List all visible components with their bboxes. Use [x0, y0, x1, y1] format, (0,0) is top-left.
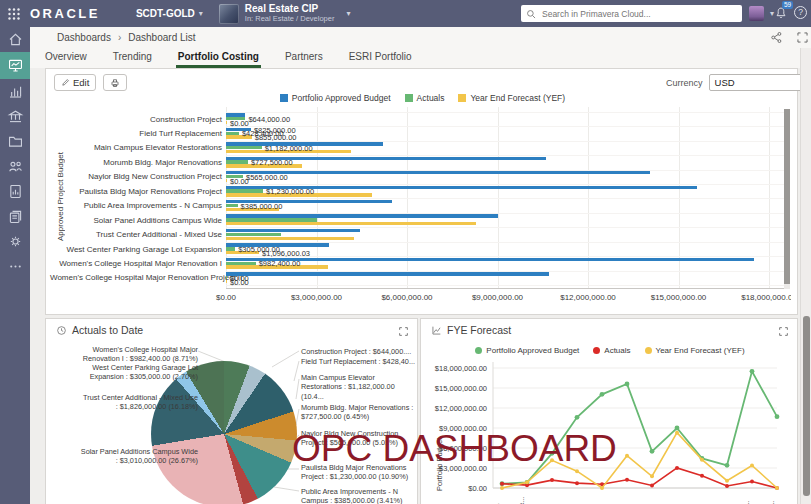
x-axis-tick-label: $6,000,000.00: [362, 293, 452, 302]
tab-esri-portfolio[interactable]: ESRI Portfolio: [347, 48, 414, 68]
bar-category-label: Women's College Hospital Major Renovatio…: [50, 273, 222, 282]
tab-trending[interactable]: Trending: [111, 48, 154, 68]
bar-value-label: $1,096,000.03: [262, 249, 310, 258]
breadcrumb-item-1[interactable]: Dashboard List: [128, 32, 195, 43]
global-search[interactable]: [521, 5, 742, 22]
bar-chart-legend: Portfolio Approved BudgetActualsYear End…: [46, 93, 799, 103]
pie-label: Field Turf Replacement : $428,40...: [301, 357, 415, 366]
app-grid-icon[interactable]: [7, 7, 21, 21]
legend-swatch: [458, 94, 466, 102]
fye-y-tick-label: $15,000,000.00: [417, 384, 487, 393]
breadcrumb-bar: Dashboards›Dashboard List: [30, 27, 811, 48]
currency-label: Currency: [666, 78, 703, 88]
search-input[interactable]: [540, 8, 737, 20]
bar-yef[interactable]: [226, 179, 227, 182]
bar-budget[interactable]: [226, 171, 650, 174]
help-icon[interactable]: ?: [794, 6, 807, 19]
tab-partners[interactable]: Partners: [283, 48, 325, 68]
bar-value-label: $982,400.00: [259, 259, 301, 268]
sidebar-item-home[interactable]: [0, 27, 30, 52]
x-axis-tick-label: $9,000,000.00: [453, 293, 543, 302]
currency-select[interactable]: USD ▾: [709, 74, 811, 91]
edit-button[interactable]: Edit: [54, 74, 96, 91]
bar-category-label: Construction Project: [50, 115, 222, 124]
portfolio-bar-chart: $0.00$3,000,000.00$6,000,000.00$9,000,00…: [46, 105, 791, 305]
x-axis-line: [226, 288, 786, 289]
sidebar-item-documents[interactable]: [0, 204, 30, 229]
fye-line-chart: $18,000,000.00$15,000,000.00$12,000,000.…: [421, 319, 799, 504]
fye-y-tick-label: $18,000,000.00: [417, 364, 487, 373]
bar-yef[interactable]: [226, 121, 227, 124]
top-app-bar: ORACLE SCDT-GOLD ▾ Real Estate CIP In: R…: [0, 0, 811, 27]
x-axis-tick-label: $0.00: [181, 293, 271, 302]
fye-x-tick-label: Field Tur... Replace...: [518, 493, 526, 504]
legend-item: Year End Forecast (YEF): [458, 93, 565, 103]
sidebar-item-portfolio[interactable]: [0, 104, 30, 129]
fullscreen-icon[interactable]: [796, 31, 809, 44]
sidebar-item-settings[interactable]: [0, 229, 30, 254]
sidebar-item-projects[interactable]: [0, 129, 30, 154]
workspace-selector[interactable]: SCDT-GOLD: [136, 8, 195, 19]
notification-count-badge: 59: [782, 1, 793, 9]
projects-icon: [7, 133, 24, 150]
pie-label: Construction Project : $644,000....: [301, 347, 415, 356]
currency-value: USD: [715, 77, 735, 88]
bar-budget[interactable]: [226, 272, 549, 275]
dashboards-icon: [7, 57, 24, 74]
breadcrumb-item-0[interactable]: Dashboards: [57, 32, 111, 43]
legend-label: Year End Forecast (YEF): [470, 93, 565, 103]
expand-icon[interactable]: [398, 326, 409, 337]
more-icon: [7, 258, 24, 275]
legend-label: Actuals: [417, 93, 445, 103]
legend-item: Portfolio Approved Budget: [280, 93, 391, 103]
row-separator: [226, 126, 784, 127]
sidebar-item-dashboards[interactable]: [0, 52, 30, 79]
context-caret-icon[interactable]: ▾: [346, 9, 350, 18]
fye-x-tick-label: West Center ...: [718, 493, 726, 504]
bar-category-label: Paulista Bldg Major Renovations Project: [50, 187, 222, 196]
actuals-pie-chart[interactable]: [151, 361, 297, 504]
share-icon[interactable]: [770, 31, 783, 44]
search-icon: [526, 9, 536, 19]
print-button[interactable]: [103, 74, 127, 91]
sidebar-item-resources[interactable]: [0, 154, 30, 179]
bar-budget[interactable]: [226, 258, 754, 261]
tab-portfolio-costing[interactable]: Portfolio Costing: [176, 48, 261, 68]
legend-swatch: [280, 94, 288, 102]
sidebar-item-reports[interactable]: [0, 179, 30, 204]
context-selector[interactable]: Real Estate CIP In: Real Estate / Develo…: [245, 3, 335, 23]
bar-yef[interactable]: [226, 280, 227, 283]
resources-icon: [7, 158, 24, 175]
bar-value-label: $0.00: [230, 177, 249, 186]
clock-icon: [56, 325, 67, 336]
oracle-logo: ORACLE: [30, 6, 100, 21]
page-scrollbar[interactable]: [800, 48, 811, 504]
bar-category-label: Morumb Bldg. Major Renovations: [50, 158, 222, 167]
bar-value-label: $385,000.00: [241, 202, 283, 211]
fye-x-tick-label: Morumb Bldg. M...: [568, 493, 576, 504]
bar-value-label: $855,000.00: [255, 133, 297, 142]
home-icon: [7, 31, 24, 48]
pie-label: Trust Center Additional - Mixed Use: $1,…: [52, 393, 198, 412]
fye-x-tick-label: Trust Center ...: [693, 493, 701, 504]
bar-category-label: Public Area Improvements - N Campus: [50, 201, 222, 210]
chart-scrollbar[interactable]: [784, 109, 790, 289]
avatar[interactable]: [749, 6, 764, 21]
bar-value-label: $644,000.00: [248, 115, 290, 124]
sidebar-nav: [0, 27, 30, 504]
actuals-to-date-panel: Actuals to Date Women's College Hospital…: [45, 318, 418, 504]
sidebar-item-analytics[interactable]: [0, 79, 30, 104]
pencil-icon: [61, 78, 70, 87]
portfolio-icon: [7, 108, 24, 125]
pie-label: Main Campus ElevatorRestorations : $1,18…: [301, 373, 415, 401]
bar-value-label: $1,182,000.00: [265, 144, 313, 153]
bar-yef[interactable]: [226, 222, 476, 225]
bar-yef[interactable]: [226, 237, 354, 240]
tab-overview[interactable]: Overview: [43, 48, 89, 68]
breadcrumb: Dashboards›Dashboard List: [57, 32, 196, 43]
x-axis-tick-label: $18,000,000.00: [724, 293, 791, 302]
fye-y-tick-label: $12,000,000.00: [417, 404, 487, 413]
fye-x-tick-label: Women's College ...: [768, 493, 776, 504]
sidebar-item-more[interactable]: [0, 254, 30, 279]
fye-y-tick-label: $0.00: [417, 484, 487, 493]
